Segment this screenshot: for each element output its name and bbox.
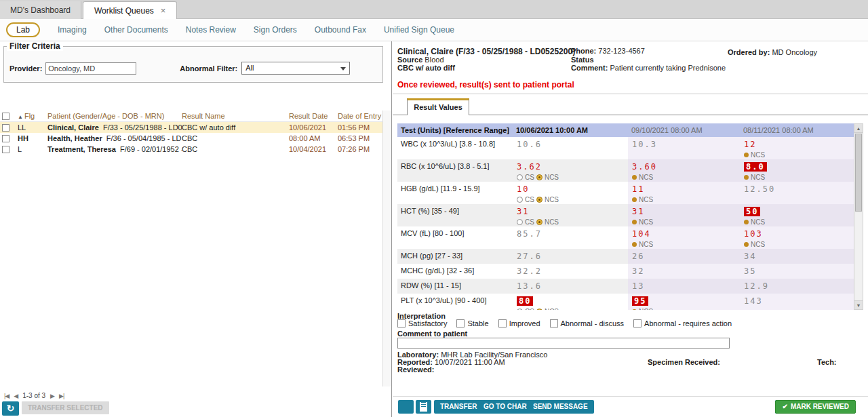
ncs-radio[interactable] [536,197,542,203]
cs-radio[interactable] [517,197,523,203]
report-view-button[interactable] [416,400,431,414]
tab-worklist-queues[interactable]: Worklist Queues× [83,1,177,19]
result-value-cell: 8.0NCS [740,159,856,182]
result-value: 35 [744,266,756,276]
date-of-entry-cell: 07:26 PM [338,145,382,153]
provider-input[interactable] [45,62,136,75]
close-icon[interactable]: × [161,5,166,16]
mark-reviewed-label: MARK REVIEWED [791,403,849,410]
nav-tab-outbound-fax[interactable]: Outbound Fax [315,25,366,35]
result-value: 27.6 [517,252,542,261]
checkbox-icon[interactable] [498,319,507,327]
scroll-up-icon[interactable]: ▲ [854,124,863,133]
row-checkbox[interactable] [2,146,9,153]
cs-radio[interactable] [517,174,523,180]
worklist-scrollbar[interactable] [382,111,391,386]
test-title: CBC w/ auto diff [397,64,455,72]
column-header-test: Test (Units) [Reference Range] [397,126,513,134]
document-icon [420,402,427,412]
cs-radio[interactable] [517,219,523,225]
result-date-cell: 10/06/2021 [289,123,338,132]
nav-tab-imaging[interactable]: Imaging [58,25,87,35]
patient-cell: Clinical, Claire F/33 - 05/25/1988 - LD0… [47,123,182,132]
refresh-button[interactable]: ↻ [2,401,19,416]
first-page-button[interactable]: |◀ [4,393,9,399]
worklist-row[interactable]: L Treatment, Theresa F/69 - 02/01/1952 -… [0,144,382,155]
interpretation-option-stable[interactable]: Stable [456,319,488,327]
tab-md-dashboard[interactable]: MD's Dashboard [0,1,81,19]
worklist-row[interactable]: LL Clinical, Claire F/33 - 05/25/1988 - … [0,122,382,133]
worklist-row[interactable]: HH Health, Heather F/36 - 05/04/1985 - L… [0,133,382,144]
provider-label: Provider: [9,64,42,73]
result-value: 34 [744,252,756,261]
interpretation-option-abnormal-requires-action[interactable]: Abnormal - requires action [633,319,732,327]
result-value: 103 [744,229,763,239]
comment-to-patient-input[interactable] [397,338,730,349]
column-header-result-date[interactable]: Result Date [289,112,338,120]
row-checkbox[interactable] [2,124,9,132]
ncs-dot-icon [632,197,637,202]
result-value: 95 [632,296,648,306]
send-message-button[interactable]: SEND MESSAGE [527,400,594,414]
nav-tab-lab[interactable]: Lab [6,22,40,37]
result-value-cell: 27.6 [513,249,628,264]
results-scrollbar[interactable]: ▲ ▼ [854,123,863,310]
column-header-flg[interactable]: ▲Flg [18,112,47,120]
result-name-cell: CBC [182,145,289,153]
nav-tab-unified-sign-queue[interactable]: Unified Sign Queue [384,25,454,35]
result-value: 10.6 [517,140,542,149]
divider [393,94,868,94]
result-value: 10 [517,184,529,194]
cs-radio[interactable] [517,309,523,310]
interpretation-option-satisfactory[interactable]: Satisfactory [397,319,447,327]
test-name: HCT (%) [35 - 49] [397,204,513,226]
worklist-header: ▲Flg Patient (Gender/Age - DOB - MRN) Re… [0,111,382,122]
interpretation-option-abnormal-discuss[interactable]: Abnormal - discuss [550,319,625,327]
tab-result-values[interactable]: Result Values [407,98,469,115]
transfer-selected-button[interactable]: TRANSFER SELECTED [22,401,109,414]
prev-page-button[interactable]: ◀ [14,393,18,399]
result-value-cell: 32.2 [513,264,628,279]
mark-reviewed-button[interactable]: ✔MARK REVIEWED [775,400,856,414]
column-header-patient[interactable]: Patient (Gender/Age - DOB - MRN) [47,112,182,120]
last-page-button[interactable]: ▶| [59,393,64,399]
scrollbar-thumb[interactable] [855,134,862,212]
result-value: 31 [517,207,529,216]
date-of-entry-cell: 01:56 PM [338,123,382,132]
result-date-cell: 10/04/2021 [289,145,338,153]
checkbox-icon[interactable] [633,319,642,327]
results-body: WBC (x 10^3/uL) [3.8 - 10.8]10.610.312NC… [397,137,856,310]
reported-value: 10/07/2021 11:00 AM [435,358,505,366]
column-header-result-name[interactable]: Result Name [182,112,289,120]
checkbox-icon[interactable] [550,319,558,327]
nav-tab-other-documents[interactable]: Other Documents [104,25,168,35]
checkbox-icon[interactable] [397,319,406,327]
ncs-dot-icon [632,242,637,247]
flag-value: HH [18,134,47,142]
result-value: 31 [632,207,644,216]
ncs-radio[interactable] [536,219,542,225]
nav-tab-sign-orders[interactable]: Sign Orders [254,25,297,35]
ncs-dot-icon [632,220,637,224]
select-all-checkbox[interactable] [2,113,9,120]
interpretation-option-improved[interactable]: Improved [498,319,540,327]
column-header-date-of-entry[interactable]: Date of Entry [338,112,382,120]
row-checkbox[interactable] [2,135,9,142]
ncs-radio[interactable] [536,309,542,310]
nav-tab-notes-review[interactable]: Notes Review [186,25,236,35]
scroll-down-icon[interactable]: ▼ [854,300,863,309]
checkbox-icon[interactable] [456,319,465,327]
phone-label: Phone: [571,47,596,55]
next-page-button[interactable]: ▶ [50,393,54,399]
filter-criteria-box: Filter Criteria Provider: Abnormal Filte… [3,46,383,83]
print-button[interactable] [398,400,414,414]
result-value: 32.2 [517,266,542,276]
filter-criteria-title: Filter Criteria [7,41,63,51]
result-value: 32 [632,266,644,276]
ncs-radio[interactable] [536,174,542,180]
abnormal-filter-select[interactable]: All [241,62,350,75]
pagination-text: 1-3 of 3 [22,392,45,399]
specimen-source: Source Blood [397,56,444,64]
result-value: 13 [632,281,644,291]
reported-line: Reported: 10/07/2021 11:00 AM Specimen R… [393,358,868,366]
